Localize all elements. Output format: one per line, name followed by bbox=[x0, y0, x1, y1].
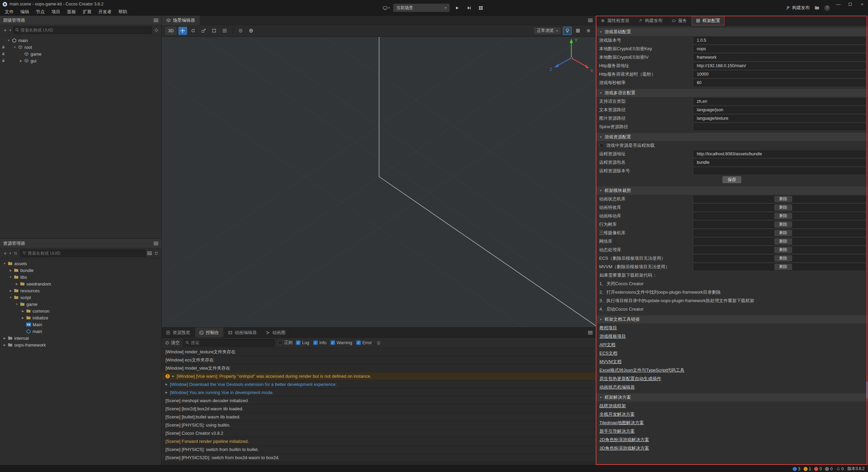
chevron-right-icon[interactable]: ▶ bbox=[2, 343, 7, 347]
scale-tool-button[interactable] bbox=[199, 27, 208, 35]
scene-editor-tab[interactable]: 场景编辑器 bbox=[162, 16, 200, 25]
doc-link[interactable]: 3D角色扮演游戏解决方案 bbox=[599, 445, 649, 451]
console-log-row[interactable]: [Scene] Cocos Creator v3.8.2 bbox=[162, 429, 596, 437]
3d-mode-toggle[interactable]: 3D bbox=[165, 27, 177, 35]
layout-grid-icon[interactable] bbox=[476, 3, 485, 12]
help-icon[interactable]: ? bbox=[824, 5, 830, 11]
menu-item[interactable]: 文件 bbox=[1, 8, 17, 16]
chevron-right-icon[interactable]: ▶ bbox=[18, 59, 23, 62]
console-log-row[interactable]: ▶[Window] You are running Vue in develop… bbox=[162, 389, 596, 397]
console-log-row[interactable]: [Scene] [bullet]:bullet wasm lib loaded. bbox=[162, 413, 596, 421]
expand-arrow-icon[interactable]: ▶ bbox=[165, 383, 167, 386]
asset-row[interactable]: ▶oops-framework bbox=[0, 341, 161, 348]
chevron-down-icon[interactable]: ▼ bbox=[14, 303, 19, 306]
assets-search-input[interactable] bbox=[28, 251, 143, 256]
console-log-row[interactable]: [Scene] Forward render pipeline initiali… bbox=[162, 437, 596, 446]
field-value-input[interactable]: language/json bbox=[694, 106, 865, 113]
section-header[interactable]: ▼框架解决方案 bbox=[596, 393, 868, 401]
checkbox-icon[interactable]: ✓ bbox=[313, 340, 318, 345]
wrap-lines-icon[interactable] bbox=[376, 339, 381, 346]
play-button[interactable] bbox=[453, 3, 461, 12]
hierarchy-search-input[interactable] bbox=[21, 28, 150, 33]
inspector-tab-3[interactable]: 服务 bbox=[667, 16, 692, 25]
menu-item[interactable]: 开发者 bbox=[95, 8, 115, 16]
step-button[interactable] bbox=[465, 3, 473, 12]
scene-grid-toggle[interactable] bbox=[573, 27, 582, 35]
section-header[interactable]: ▼框架模块裁剪 bbox=[596, 186, 868, 195]
console-tab-1[interactable]: 资源预览 bbox=[162, 328, 195, 337]
asset-row[interactable]: ▼libs bbox=[0, 274, 161, 280]
asset-row[interactable]: ▶internal bbox=[0, 335, 161, 341]
doc-link[interactable]: Tiledmap地图解决方案 bbox=[599, 420, 644, 426]
menu-item[interactable]: 扩展 bbox=[79, 8, 95, 16]
console-log-row[interactable]: ▶[Window] Download the Vue Devtools exte… bbox=[162, 380, 596, 389]
field-value-input[interactable] bbox=[694, 123, 865, 130]
add-asset-caret-icon[interactable]: ▾ bbox=[9, 252, 11, 255]
field-value-input[interactable]: 60 bbox=[694, 79, 865, 86]
console-filter-log[interactable]: ✓Log bbox=[296, 340, 309, 345]
field-value-input[interactable]: language/texture bbox=[694, 115, 865, 122]
doc-link[interactable]: 原生包热更新配置自动生成插件 bbox=[599, 376, 661, 382]
field-value-input[interactable]: http://localhost:8083/assets/bundle bbox=[694, 151, 865, 157]
message-counter[interactable]: 0 bbox=[836, 467, 844, 471]
refresh-icon[interactable] bbox=[154, 250, 159, 257]
inspector-tab-4[interactable]: 框架配置 bbox=[692, 16, 725, 25]
build-publish-button[interactable]: 构建发布 bbox=[786, 5, 810, 11]
console-filter-error[interactable]: ✓Error bbox=[356, 340, 372, 345]
asset-row[interactable]: ▶common bbox=[0, 308, 161, 314]
console-tab-3[interactable]: 动画编辑器 bbox=[224, 328, 261, 337]
field-value-input[interactable]: zh,en bbox=[694, 98, 865, 105]
hierarchy-row[interactable]: ▼main bbox=[0, 37, 161, 44]
rect-tool-button[interactable] bbox=[210, 27, 219, 35]
console-log-row[interactable]: !▶[Window] [Vue warn]: Property "onInput… bbox=[162, 372, 596, 380]
doc-link[interactable]: MVVM文档 bbox=[599, 359, 622, 365]
console-log-row[interactable]: [Scene] [PHYSICS]: switch from builtin t… bbox=[162, 446, 596, 454]
doc-link[interactable]: 全栈开发解决方案 bbox=[599, 411, 635, 417]
view-mode-dropdown[interactable]: 正常浏览 ▾ bbox=[533, 27, 561, 35]
preview-target-icon[interactable]: ▾ bbox=[383, 6, 390, 10]
doc-link[interactable]: 教程项目 bbox=[599, 325, 617, 331]
console-filter-info[interactable]: ✓Info bbox=[313, 340, 327, 345]
sort-assets-icon[interactable] bbox=[13, 250, 18, 257]
hierarchy-row[interactable]: ▶gui bbox=[0, 57, 161, 64]
delete-button[interactable]: 删除 bbox=[774, 196, 792, 202]
checkbox-icon[interactable] bbox=[599, 143, 604, 148]
doc-link[interactable]: 新手引导解决方案 bbox=[599, 428, 635, 434]
asset-row[interactable]: TSMain bbox=[0, 321, 161, 328]
asset-row[interactable]: ▼game bbox=[0, 301, 161, 308]
asset-row[interactable]: main bbox=[0, 328, 161, 335]
delete-button[interactable]: 删除 bbox=[774, 221, 792, 228]
checkbox-icon[interactable] bbox=[278, 340, 282, 345]
inspector-tab-2[interactable]: 构建发布 bbox=[634, 16, 667, 25]
delete-button[interactable]: 删除 bbox=[774, 213, 792, 219]
field-value-input[interactable] bbox=[694, 168, 865, 174]
status-badge-3[interactable]: 0 bbox=[814, 467, 822, 471]
chevron-right-icon[interactable]: ▶ bbox=[14, 282, 19, 286]
chevron-right-icon[interactable]: ▶ bbox=[8, 269, 13, 272]
hierarchy-row[interactable]: game bbox=[0, 51, 161, 57]
field-value-input[interactable]: bundle bbox=[694, 159, 865, 166]
menu-item[interactable]: 编辑 bbox=[17, 8, 33, 16]
scene-settings-gear-icon[interactable] bbox=[584, 27, 593, 35]
menu-item[interactable]: 帮助 bbox=[115, 8, 131, 16]
world-local-toggle-button[interactable] bbox=[247, 27, 256, 35]
console-log-row[interactable]: [Scene] [PHYSICS2D]: switch from box2d-w… bbox=[162, 454, 596, 462]
field-value-input[interactable]: 10000 bbox=[694, 71, 865, 78]
checkbox-icon[interactable]: ✓ bbox=[331, 340, 335, 345]
chevron-down-icon[interactable]: ▼ bbox=[12, 46, 17, 49]
rotate-tool-button[interactable] bbox=[189, 27, 198, 35]
status-badge-1[interactable]: 3 bbox=[793, 467, 801, 471]
doc-link[interactable]: ECS文档 bbox=[599, 350, 617, 356]
menu-item[interactable]: 项目 bbox=[48, 8, 64, 16]
status-badge-2[interactable]: 1 bbox=[804, 467, 811, 471]
checkbox-icon[interactable]: ✓ bbox=[296, 340, 300, 345]
hierarchy-row[interactable]: ▼root bbox=[0, 44, 161, 51]
section-header[interactable]: ▼框架文档工具链接 bbox=[596, 315, 868, 323]
inspector-tab-1[interactable]: 属性检查器 bbox=[596, 16, 634, 25]
hierarchy-filter-icon[interactable] bbox=[154, 27, 159, 34]
panel-menu-icon[interactable] bbox=[588, 331, 593, 334]
menu-item[interactable]: 节点 bbox=[33, 8, 48, 16]
console-log-row[interactable]: [Scene] meshopt wasm decoder initialized bbox=[162, 397, 596, 405]
regex-toggle[interactable]: 正则 bbox=[278, 340, 293, 346]
section-header[interactable]: ▼游戏资源配置 bbox=[596, 133, 868, 141]
